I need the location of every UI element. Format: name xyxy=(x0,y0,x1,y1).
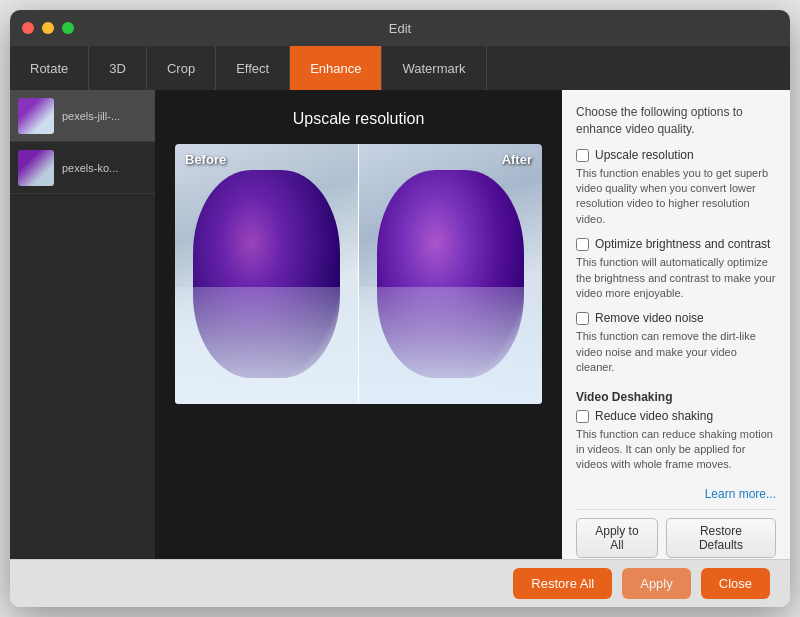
section-deshaking: Video Deshaking xyxy=(576,390,776,404)
label-upscale[interactable]: Upscale resolution xyxy=(595,148,694,162)
label-noise[interactable]: Remove video noise xyxy=(595,311,704,325)
preview-title: Upscale resolution xyxy=(293,110,425,128)
apply-button[interactable]: Apply xyxy=(622,568,691,599)
settings-panel: Choose the following options to enhance … xyxy=(562,90,790,559)
label-deshaking[interactable]: Reduce video shaking xyxy=(595,409,713,423)
maximize-traffic-light[interactable] xyxy=(62,22,74,34)
sidebar-thumb-0 xyxy=(18,98,54,134)
before-after-container: Before After xyxy=(175,144,542,404)
tab-3d[interactable]: 3D xyxy=(89,46,147,90)
after-label: After xyxy=(502,152,532,167)
main-window: Edit Rotate 3D Crop Effect Enhance Water… xyxy=(10,10,790,607)
minimize-traffic-light[interactable] xyxy=(42,22,54,34)
bottom-bar: Restore All Apply Close xyxy=(10,559,790,607)
option-row-brightness: Optimize brightness and contrast xyxy=(576,237,776,251)
before-label: Before xyxy=(185,152,226,167)
after-image xyxy=(359,144,542,404)
sidebar-item-0[interactable]: pexels-jill-... xyxy=(10,90,155,142)
titlebar: Edit xyxy=(10,10,790,46)
restore-all-button[interactable]: Restore All xyxy=(513,568,612,599)
window-title: Edit xyxy=(389,21,411,36)
tab-enhance[interactable]: Enhance xyxy=(290,46,382,90)
restore-defaults-button[interactable]: Restore Defaults xyxy=(666,518,776,558)
checkbox-upscale[interactable] xyxy=(576,149,589,162)
sidebar-item-1[interactable]: pexels-ko... xyxy=(10,142,155,194)
option-row-upscale: Upscale resolution xyxy=(576,148,776,162)
sidebar-thumb-1 xyxy=(18,150,54,186)
learn-more-link[interactable]: Learn more... xyxy=(576,487,776,501)
apply-to-all-button[interactable]: Apply to All xyxy=(576,518,658,558)
desc-noise: This function can remove the dirt-like v… xyxy=(576,329,776,375)
tab-crop[interactable]: Crop xyxy=(147,46,216,90)
sidebar-label-0: pexels-jill-... xyxy=(62,110,120,122)
close-button[interactable]: Close xyxy=(701,568,770,599)
checkbox-deshaking[interactable] xyxy=(576,410,589,423)
desc-brightness: This function will automatically optimiz… xyxy=(576,255,776,301)
desc-deshaking: This function can reduce shaking motion … xyxy=(576,427,776,473)
traffic-lights xyxy=(22,22,74,34)
before-image xyxy=(175,144,358,404)
settings-intro: Choose the following options to enhance … xyxy=(576,104,776,138)
checkbox-noise[interactable] xyxy=(576,312,589,325)
preview-area: Upscale resolution Before After xyxy=(155,90,562,559)
label-brightness[interactable]: Optimize brightness and contrast xyxy=(595,237,770,251)
option-row-noise: Remove video noise xyxy=(576,311,776,325)
tab-effect[interactable]: Effect xyxy=(216,46,290,90)
checkbox-brightness[interactable] xyxy=(576,238,589,251)
option-row-deshaking: Reduce video shaking xyxy=(576,409,776,423)
tab-rotate[interactable]: Rotate xyxy=(10,46,89,90)
settings-buttons: Apply to All Restore Defaults xyxy=(576,509,776,558)
desc-upscale: This function enables you to get superb … xyxy=(576,166,776,228)
after-panel: After xyxy=(359,144,542,404)
before-panel: Before xyxy=(175,144,359,404)
close-traffic-light[interactable] xyxy=(22,22,34,34)
tab-watermark[interactable]: Watermark xyxy=(382,46,486,90)
sidebar: pexels-jill-... pexels-ko... xyxy=(10,90,155,559)
tabbar: Rotate 3D Crop Effect Enhance Watermark xyxy=(10,46,790,90)
sidebar-label-1: pexels-ko... xyxy=(62,162,118,174)
main-content: pexels-jill-... pexels-ko... Upscale res… xyxy=(10,90,790,559)
